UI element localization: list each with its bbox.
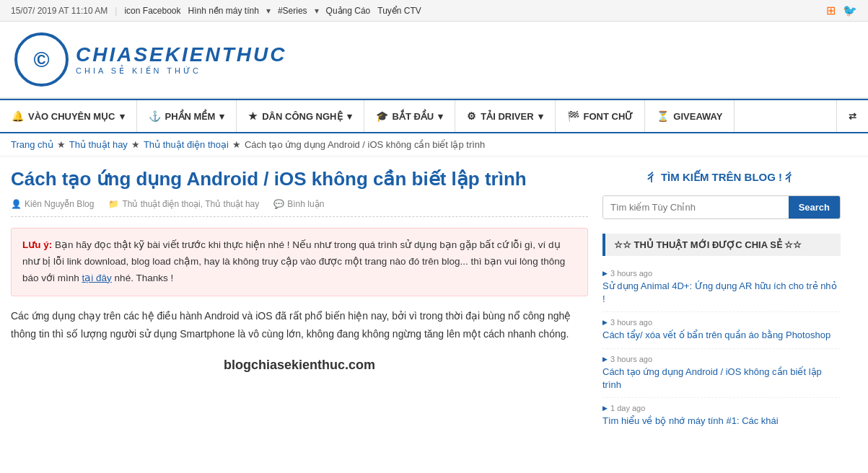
sidebar-recent-title: ☆☆ THỦ THUẬT MỚI ĐƯỢC CHIA SẺ ☆☆ xyxy=(602,234,841,256)
article-meta: 👤 Kiên Nguyễn Blog 📁 Thủ thuật điện thoạ… xyxy=(11,199,588,217)
topbar-right: ⊞ 🐦 xyxy=(826,4,857,17)
article-body: Các ứng dụng chạy trên các hệ điều hành … xyxy=(11,307,588,343)
topbar-left: 15/07/ 2019 AT 11:10 AM | icon Facebook … xyxy=(11,6,421,16)
breadcrumb: Trang chủ ★ Thủ thuật hay ★ Thủ thuật đi… xyxy=(0,133,868,156)
nav-label-chuyen-muc: VÀO CHUYÊN MỤC xyxy=(28,111,115,122)
shuffle-icon: ⇄ xyxy=(849,111,856,122)
nav-item-giveaway[interactable]: ⏳ GIVEAWAY xyxy=(645,100,735,132)
recent-post-title-3[interactable]: Tìm hiểu về bộ nhớ máy tính #1: Các khái xyxy=(602,415,841,428)
twitter-icon[interactable]: 🐦 xyxy=(843,4,857,17)
recent-post-time-3: 1 day ago xyxy=(602,404,841,412)
rss-icon[interactable]: ⊞ xyxy=(826,4,836,17)
article-content: Cách tạo ứng dụng Android / iOS không cầ… xyxy=(11,167,602,433)
gear-icon: ⚙ xyxy=(467,110,476,122)
notice-link[interactable]: tại đây xyxy=(82,273,112,283)
nav-arrow-4: ▾ xyxy=(538,111,543,122)
star-icon: ★ xyxy=(248,110,258,122)
recent-post-time-1: 3 hours ago xyxy=(602,318,841,327)
bell-icon: 🔔 xyxy=(12,110,24,122)
comment-icon: 💬 xyxy=(273,199,284,209)
recent-post-3: 1 day ago Tìm hiểu về bộ nhớ máy tính #1… xyxy=(602,398,841,433)
search-input[interactable] xyxy=(603,196,789,218)
author-icon: 👤 xyxy=(11,199,22,209)
notice-box: Lưu ý: Bạn hãy đọc thật kỹ bài viết trướ… xyxy=(11,228,588,296)
nav-item-phan-mem[interactable]: ⚓ PHẦN MỀM ▾ xyxy=(137,100,237,132)
dropdown-arrow-wallpaper: ▾ xyxy=(266,6,271,16)
main-container: Cách tạo ứng dụng Android / iOS không cầ… xyxy=(0,156,868,444)
nav-item-bat-dau[interactable]: 🎓 BẮT ĐẦU ▾ xyxy=(364,100,456,132)
recent-post-time-0: 3 hours ago xyxy=(602,269,841,278)
nav-arrow-0: ▾ xyxy=(120,111,125,122)
breadcrumb-thu-thuat-dt[interactable]: Thủ thuật điện thoại xyxy=(144,139,229,150)
graduation-icon: 🎓 xyxy=(376,110,388,122)
navbar: 🔔 VÀO CHUYÊN MỤC ▾ ⚓ PHẦN MỀM ▾ ★ DÂN CÔ… xyxy=(0,99,868,133)
nav-label-giveaway: GIVEAWAY xyxy=(673,111,722,122)
nav-item-chuyen-muc[interactable]: 🔔 VÀO CHUYÊN MỤC ▾ xyxy=(0,100,137,132)
recent-post-title-1[interactable]: Cách tẩy/ xóa vết ố bẩn trên quần áo bằn… xyxy=(602,329,841,342)
nav-label-tai-driver: TẢI DRIVER xyxy=(481,111,533,122)
recent-post-title-2[interactable]: Cách tạo ứng dụng Android / iOS không cầ… xyxy=(602,366,841,392)
nav-item-font-chu[interactable]: 🏁 FONT CHỮ xyxy=(556,100,646,132)
recent-posts-list: 3 hours ago Sử dụng Animal 4D+: Ứng dụng… xyxy=(602,263,841,433)
anchor-icon: ⚓ xyxy=(149,110,161,122)
nav-arrow-3: ▾ xyxy=(438,111,443,122)
breadcrumb-thu-thuat-hay[interactable]: Thủ thuật hay xyxy=(69,139,128,150)
nav-label-phan-mem: PHẦN MỀM xyxy=(165,111,216,122)
recent-post-2: 3 hours ago Cách tạo ứng dụng Android / … xyxy=(602,349,841,398)
meta-author: 👤 Kiên Nguyễn Blog xyxy=(11,199,94,209)
breadcrumb-current: Cách tạo ứng dụng Android / iOS không cầ… xyxy=(245,139,485,150)
nav-shuffle-button[interactable]: ⇄ xyxy=(836,100,868,132)
logo-text[interactable]: CHIASEKIENTHUC xyxy=(76,43,286,66)
recent-post-0: 3 hours ago Sử dụng Animal 4D+: Ứng dụng… xyxy=(602,263,841,312)
folder-icon: 📁 xyxy=(108,199,119,209)
hourglass-icon: ⏳ xyxy=(657,110,669,122)
nav-arrow-2: ▾ xyxy=(347,111,352,122)
dropdown-arrow-series: ▾ xyxy=(315,6,319,16)
article-paragraph-1: Các ứng dụng chạy trên các hệ điều hành … xyxy=(11,307,588,343)
watermark: blogchiasekienthuc.com xyxy=(11,358,588,373)
nav-label-font-chu: FONT CHỮ xyxy=(584,111,634,122)
logo-icon: © xyxy=(14,32,69,87)
topbar-link-series[interactable]: #Series xyxy=(278,6,307,16)
nav-arrow-1: ▾ xyxy=(219,111,224,122)
topbar: 15/07/ 2019 AT 11:10 AM | icon Facebook … xyxy=(0,0,868,22)
notice-suffix: nhé. Thanks ! xyxy=(115,273,174,283)
logo-text-area: CHIASEKIENTHUC CHIA SẺ KIẾN THỨC xyxy=(76,43,286,76)
logo-area: © CHIASEKIENTHUC CHIA SẺ KIẾN THỨC xyxy=(14,32,854,87)
search-button[interactable]: Search xyxy=(789,196,840,218)
recent-post-1: 3 hours ago Cách tẩy/ xóa vết ố bẩn trên… xyxy=(602,312,841,348)
recent-post-title-0[interactable]: Sử dụng Animal 4D+: Ứng dụng AR hữu ích … xyxy=(602,280,841,306)
breadcrumb-home[interactable]: Trang chủ xyxy=(11,139,53,150)
breadcrumb-sep-3: ★ xyxy=(232,139,241,150)
sidebar: 彳 TÌM KIẾM TRÊN BLOG ! 彳 Search ☆☆ THỦ T… xyxy=(602,167,841,433)
topbar-link-wallpaper[interactable]: Hình nền máy tính xyxy=(188,6,259,16)
topbar-link-ctv[interactable]: Tuyển CTV xyxy=(377,6,421,16)
flag-icon: 🏁 xyxy=(567,110,579,122)
meta-categories: 📁 Thủ thuật điện thoại, Thủ thuật hay xyxy=(108,199,259,209)
article-title: Cách tạo ứng dụng Android / iOS không cầ… xyxy=(11,167,588,192)
meta-comments: 💬 Bình luận xyxy=(273,199,324,209)
nav-item-tai-driver[interactable]: ⚙ TẢI DRIVER ▾ xyxy=(455,100,555,132)
sidebar-search-title: 彳 TÌM KIẾM TRÊN BLOG ! 彳 xyxy=(602,167,841,188)
recent-post-time-2: 3 hours ago xyxy=(602,355,841,363)
logo-subtext: CHIA SẺ KIẾN THỨC xyxy=(76,66,286,76)
breadcrumb-sep-1: ★ xyxy=(57,139,66,150)
search-box: Search xyxy=(602,195,841,219)
topbar-datetime: 15/07/ 2019 AT 11:10 AM xyxy=(11,6,108,16)
topbar-separator: | xyxy=(115,6,117,16)
breadcrumb-sep-2: ★ xyxy=(131,139,140,150)
site-header: © CHIASEKIENTHUC CHIA SẺ KIẾN THỨC xyxy=(0,22,868,99)
notice-bold: Lưu ý: xyxy=(22,239,52,250)
topbar-link-ads[interactable]: Quảng Cáo xyxy=(326,6,371,16)
topbar-link-fb[interactable]: icon Facebook xyxy=(124,6,180,16)
nav-label-bat-dau: BẮT ĐẦU xyxy=(393,111,434,122)
nav-item-dan-cong-nghe[interactable]: ★ DÂN CÔNG NGHỆ ▾ xyxy=(237,100,364,132)
nav-label-dan-cong-nghe: DÂN CÔNG NGHỆ xyxy=(262,111,342,122)
